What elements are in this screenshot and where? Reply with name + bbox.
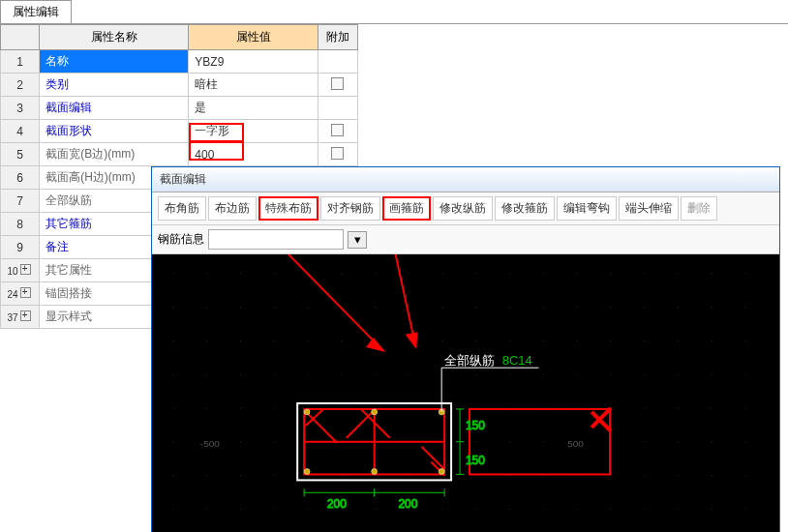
row-number: 9 [1, 236, 40, 259]
svg-point-90 [543, 340, 544, 341]
tab-property-edit[interactable]: 属性编辑 [0, 0, 72, 23]
svg-point-89 [543, 307, 544, 308]
table-row[interactable]: 4截面形状一字形 [1, 120, 358, 143]
svg-point-15 [206, 509, 207, 510]
rebar-info-bar: 钢筋信息 ▾ [152, 225, 779, 254]
svg-point-147 [304, 468, 310, 474]
prop-extra-cell[interactable] [318, 143, 357, 166]
prop-extra-cell[interactable] [318, 74, 357, 97]
svg-point-71 [442, 509, 443, 510]
svg-point-83 [509, 374, 510, 375]
svg-point-136 [745, 273, 746, 274]
cad-canvas[interactable]: 150 150 200 200 全部纵筋 8C14 -500 500 [152, 254, 779, 532]
tool-布角筋[interactable]: 布角筋 [158, 196, 206, 221]
table-row[interactable]: 3截面编辑是 [1, 97, 358, 120]
hook-br2 [421, 447, 444, 470]
svg-point-51 [375, 374, 376, 375]
svg-point-107 [610, 374, 611, 375]
svg-point-56 [409, 273, 409, 274]
svg-point-81 [509, 307, 510, 308]
svg-point-118 [644, 475, 645, 476]
prop-extra-cell[interactable] [318, 120, 357, 143]
prop-value-cell[interactable]: 一字形 [189, 120, 318, 143]
svg-point-115 [644, 374, 645, 375]
prop-value-cell[interactable]: 是 [189, 97, 318, 120]
expand-icon[interactable] [20, 264, 31, 275]
prop-value-cell[interactable]: 400 [189, 143, 318, 166]
prop-extra-cell[interactable] [318, 50, 357, 74]
svg-point-142 [745, 475, 746, 476]
rebar-info-label: 钢筋信息 [158, 231, 204, 248]
col-rownum [1, 25, 40, 50]
svg-point-127 [678, 509, 679, 510]
svg-point-18 [240, 340, 241, 341]
tool-画箍筋[interactable]: 画箍筋 [382, 196, 431, 221]
svg-point-132 [712, 407, 712, 408]
svg-point-19 [240, 374, 241, 375]
col-extra: 附加 [318, 25, 357, 50]
svg-point-0 [173, 273, 174, 274]
checkbox-icon[interactable] [331, 77, 344, 90]
svg-point-2 [173, 340, 174, 341]
tool-修改箍筋[interactable]: 修改箍筋 [495, 196, 555, 221]
tool-端头伸缩[interactable]: 端头伸缩 [619, 196, 679, 221]
row-number: 7 [1, 190, 40, 213]
svg-point-98 [577, 340, 578, 341]
svg-point-72 [475, 273, 476, 274]
prop-name-cell[interactable]: 截面编辑 [40, 97, 189, 120]
table-row[interactable]: 2类别暗柱 [1, 74, 358, 97]
svg-point-103 [577, 509, 578, 510]
hook-r1 [591, 412, 611, 431]
row-number: 1 [1, 50, 40, 74]
svg-point-14 [206, 475, 207, 476]
axis-neg500: -500 [200, 438, 220, 449]
svg-point-134 [712, 475, 712, 476]
prop-extra-cell[interactable] [318, 97, 357, 120]
prop-value-cell[interactable]: 暗柱 [189, 74, 318, 97]
rebar-info-input[interactable] [208, 229, 344, 250]
svg-point-112 [644, 273, 645, 274]
expand-icon[interactable] [20, 287, 31, 298]
tool-编辑弯钩[interactable]: 编辑弯钩 [557, 196, 617, 221]
svg-point-23 [240, 509, 241, 510]
svg-point-111 [610, 509, 611, 510]
hook-r2 [591, 408, 611, 428]
row-number: 5 [1, 143, 40, 166]
stirrup-right [470, 409, 610, 475]
checkbox-icon[interactable] [331, 147, 344, 160]
svg-point-80 [509, 273, 510, 274]
svg-point-133 [712, 441, 712, 442]
table-row[interactable]: 5截面宽(B边)(mm)400 [1, 143, 358, 166]
row-number: 2 [1, 74, 40, 97]
svg-point-20 [240, 407, 241, 408]
svg-point-137 [745, 307, 746, 308]
svg-point-42 [341, 340, 342, 341]
svg-point-40 [341, 273, 342, 274]
checkbox-icon[interactable] [331, 124, 344, 136]
prop-name-cell[interactable]: 截面形状 [40, 120, 189, 143]
expand-icon[interactable] [20, 310, 31, 321]
svg-point-75 [475, 374, 476, 375]
tool-对齐钢筋[interactable]: 对齐钢筋 [320, 196, 380, 221]
tool-修改纵筋[interactable]: 修改纵筋 [433, 196, 493, 221]
svg-line-162 [393, 254, 416, 346]
svg-point-10 [206, 340, 207, 341]
row-number: 6 [1, 166, 40, 190]
svg-point-97 [577, 307, 578, 308]
row-number: 3 [1, 97, 40, 120]
table-row[interactable]: 1名称YBZ9 [1, 50, 358, 74]
svg-point-87 [509, 509, 510, 510]
svg-point-135 [712, 509, 712, 510]
col-name: 属性名称 [40, 25, 189, 50]
prop-name-cell[interactable]: 类别 [40, 74, 189, 97]
prop-name-cell[interactable]: 截面宽(B边)(mm) [40, 143, 189, 166]
tool-布边筋[interactable]: 布边筋 [208, 196, 257, 221]
svg-point-48 [375, 273, 376, 274]
prop-name-cell[interactable]: 名称 [40, 50, 189, 74]
rebar-dropdown-button[interactable]: ▾ [348, 231, 367, 249]
tool-特殊布筋[interactable]: 特殊布筋 [258, 196, 318, 221]
dim-150-top: 150 [466, 419, 485, 432]
prop-value-cell[interactable]: YBZ9 [189, 50, 318, 74]
row-number: 4 [1, 120, 40, 143]
svg-point-104 [610, 273, 611, 274]
